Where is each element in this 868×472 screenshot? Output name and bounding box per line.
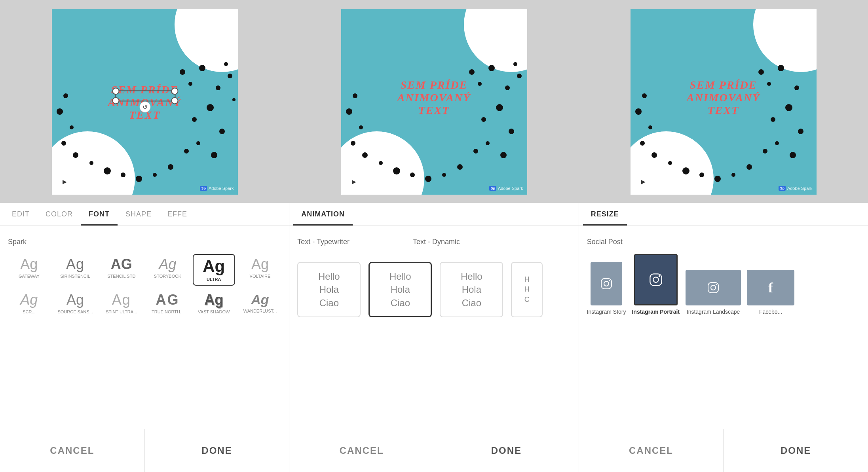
svg-point-53 bbox=[775, 141, 779, 145]
font-name-scr: SCR... bbox=[23, 309, 35, 314]
social-grid: Instagram Story Instagram Portrait bbox=[587, 254, 860, 315]
svg-point-63 bbox=[640, 141, 645, 146]
svg-point-13 bbox=[104, 167, 111, 174]
canvas-panel-2: SEM PRÍDE ANIMOVANÝ TEXT ▶ Sp Adobe Spar… bbox=[289, 0, 579, 203]
font-item-stint-ultra[interactable]: Ag STINT ULTRA... bbox=[100, 290, 142, 317]
font-name-sirinstencil: SIRINSTENCIL bbox=[60, 274, 90, 279]
font-section-label: Spark bbox=[8, 238, 281, 246]
handle-tl[interactable] bbox=[112, 88, 119, 95]
tab-shape[interactable]: SHAPE bbox=[118, 203, 160, 226]
anim-done-button[interactable]: DONE bbox=[434, 429, 579, 472]
tab-animation[interactable]: ANIMATION bbox=[293, 203, 353, 226]
anim-text-0: HelloHolaCiao bbox=[318, 270, 340, 310]
canvas-frame-2[interactable]: SEM PRÍDE ANIMOVANÝ TEXT ▶ Sp Adobe Spar… bbox=[341, 9, 527, 195]
social-item-facebook[interactable]: f Facebo... bbox=[747, 270, 794, 315]
svg-point-70 bbox=[609, 280, 610, 281]
font-item-storybook[interactable]: Ag STORYBOOK bbox=[146, 254, 189, 286]
svg-point-52 bbox=[798, 129, 803, 134]
svg-point-37 bbox=[393, 167, 400, 174]
play-button-2[interactable]: ▶ bbox=[347, 174, 361, 189]
font-grid-row1: Ag GATEWAY Ag SIRINSTENCIL AG STENCIL ST… bbox=[8, 254, 281, 286]
svg-point-54 bbox=[790, 152, 796, 158]
svg-point-38 bbox=[379, 161, 383, 165]
svg-point-60 bbox=[682, 167, 689, 174]
svg-point-59 bbox=[699, 172, 704, 177]
social-item-story[interactable]: Instagram Story bbox=[587, 262, 626, 315]
anim-item-2[interactable]: HelloHolaCiao bbox=[440, 262, 503, 317]
social-item-landscape[interactable]: Instagram Landscape bbox=[686, 270, 741, 315]
font-preview-stencil: AG bbox=[111, 257, 132, 271]
font-preview-vast-shadow: Ag bbox=[204, 293, 223, 307]
svg-point-65 bbox=[635, 108, 642, 115]
animation-panel: ANIMATION Text - Typewriter Text - Dynam… bbox=[289, 203, 579, 472]
svg-point-7 bbox=[211, 152, 217, 158]
anim-section2-label: Text - Dynamic bbox=[413, 238, 460, 246]
font-grid-row2: Ag SCR... Ag SOURCE SANS... Ag STINT ULT… bbox=[8, 290, 281, 317]
canvas-frame-1[interactable]: ↺ SEM PRÍDE ANIMOVANÝ TEXT ▶ Sp Adobe Sp… bbox=[52, 9, 238, 195]
svg-point-35 bbox=[425, 176, 431, 182]
anim-item-0[interactable]: HelloHolaCiao bbox=[297, 262, 361, 317]
anim-item-3[interactable]: HHC bbox=[511, 262, 543, 317]
reset-icon-1[interactable]: ↺ bbox=[140, 101, 151, 112]
tab-font[interactable]: FONT bbox=[81, 203, 118, 226]
svg-point-1 bbox=[216, 85, 220, 90]
font-item-gateway[interactable]: Ag GATEWAY bbox=[8, 254, 50, 286]
font-item-vast-shadow[interactable]: Ag VAST SHADOW bbox=[193, 290, 235, 317]
resize-done-button[interactable]: DONE bbox=[723, 429, 868, 472]
canvas-panel-3: SEM PRÍDE ANIMOVANÝ TEXT ▶ Sp Adobe Spar… bbox=[579, 0, 868, 203]
canvas-text-line1-3: SEM PRÍDE bbox=[677, 79, 770, 91]
tab-effe[interactable]: EFFE bbox=[160, 203, 195, 226]
play-button-1[interactable]: ▶ bbox=[58, 174, 72, 189]
font-item-scr[interactable]: Ag SCR... bbox=[8, 290, 50, 317]
font-item-sirinstencil[interactable]: Ag SIRINSTENCIL bbox=[54, 254, 97, 286]
svg-point-12 bbox=[121, 172, 125, 177]
resize-panel-content: Social Post Instagram Story bbox=[579, 226, 868, 429]
svg-point-66 bbox=[642, 93, 647, 98]
font-name-ultra: ULTRA bbox=[207, 277, 221, 282]
font-item-stencil[interactable]: AG STENCIL STD bbox=[100, 254, 142, 286]
svg-point-9 bbox=[168, 164, 173, 170]
tab-color[interactable]: COLOR bbox=[38, 203, 81, 226]
font-item-true-north[interactable]: AG TRUE NORTH... bbox=[146, 290, 189, 317]
svg-point-47 bbox=[778, 65, 784, 71]
svg-point-50 bbox=[785, 104, 792, 111]
svg-point-64 bbox=[648, 125, 652, 129]
font-item-source-sans[interactable]: Ag SOURCE SANS... bbox=[54, 290, 97, 317]
anim-panel-content: Text - Typewriter Text - Dynamic HelloHo… bbox=[289, 226, 578, 429]
tab-edit[interactable]: EDIT bbox=[4, 203, 38, 226]
svg-point-58 bbox=[714, 176, 721, 182]
svg-point-25 bbox=[505, 85, 510, 90]
svg-point-39 bbox=[362, 152, 368, 158]
svg-point-32 bbox=[473, 149, 478, 154]
font-item-wanderlust[interactable]: Ag WANDERLUST... bbox=[239, 290, 281, 317]
svg-point-5 bbox=[219, 129, 225, 134]
handle-bl[interactable] bbox=[112, 97, 119, 104]
font-item-voltaire[interactable]: Ag VOLTAIRE bbox=[239, 254, 281, 286]
font-name-storybook: STORYBOOK bbox=[154, 274, 181, 279]
svg-point-62 bbox=[651, 152, 657, 158]
svg-point-19 bbox=[63, 93, 68, 98]
anim-item-1[interactable]: HelloHolaCiao bbox=[368, 262, 432, 317]
font-name-stint-ultra: STINT ULTRA... bbox=[106, 309, 137, 314]
anim-section1-label: Text - Typewriter bbox=[297, 238, 349, 246]
svg-point-31 bbox=[500, 152, 507, 158]
canvas-frame-3[interactable]: SEM PRÍDE ANIMOVANÝ TEXT ▶ Sp Adobe Spar… bbox=[631, 9, 817, 195]
play-button-3[interactable]: ▶ bbox=[636, 174, 651, 189]
handle-br[interactable] bbox=[171, 97, 178, 104]
canvas-text-line2-2: ANIMOVANÝ TEXT bbox=[387, 91, 481, 117]
font-preview-wanderlust: Ag bbox=[251, 293, 269, 306]
svg-point-33 bbox=[457, 164, 463, 170]
font-cancel-button[interactable]: CANCEL bbox=[0, 429, 144, 472]
social-item-portrait[interactable]: Instagram Portrait bbox=[632, 254, 680, 315]
social-thumb-portrait bbox=[634, 254, 678, 305]
social-thumb-facebook: f bbox=[747, 270, 794, 305]
svg-point-6 bbox=[196, 141, 200, 145]
font-item-ultra[interactable]: Ag ULTRA bbox=[193, 254, 235, 286]
selection-box-1[interactable]: ↺ bbox=[115, 91, 175, 102]
resize-cancel-button[interactable]: CANCEL bbox=[579, 429, 724, 472]
handle-tr[interactable] bbox=[171, 88, 178, 95]
anim-cancel-button[interactable]: CANCEL bbox=[289, 429, 434, 472]
font-panel: EDIT COLOR FONT SHAPE EFFE Spark Ag GATE… bbox=[0, 203, 289, 472]
tab-resize[interactable]: RESIZE bbox=[583, 203, 627, 226]
font-done-button[interactable]: DONE bbox=[144, 429, 289, 472]
